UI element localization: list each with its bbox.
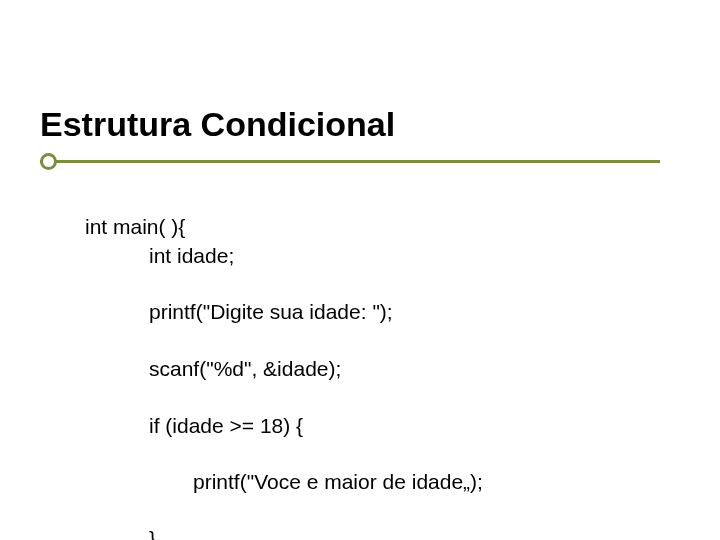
code-line: printf("Voce e maior de idade„); [85, 468, 483, 496]
code-line: int idade; [85, 242, 483, 270]
slide: Estrutura Condicional int main( ){ int i… [0, 0, 720, 540]
code-line: scanf("%d", &idade); [85, 355, 483, 383]
code-line: if (idade >= 18) { [85, 412, 483, 440]
underline-bar [40, 160, 660, 163]
code-line: } [85, 525, 483, 540]
title-underline [40, 152, 660, 182]
code-line: int main( ){ [85, 215, 185, 238]
code-block: int main( ){ int idade; printf("Digite s… [85, 185, 483, 540]
code-line: printf("Digite sua idade: "); [85, 298, 483, 326]
slide-title: Estrutura Condicional [40, 105, 395, 144]
underline-circle-icon [40, 153, 57, 170]
